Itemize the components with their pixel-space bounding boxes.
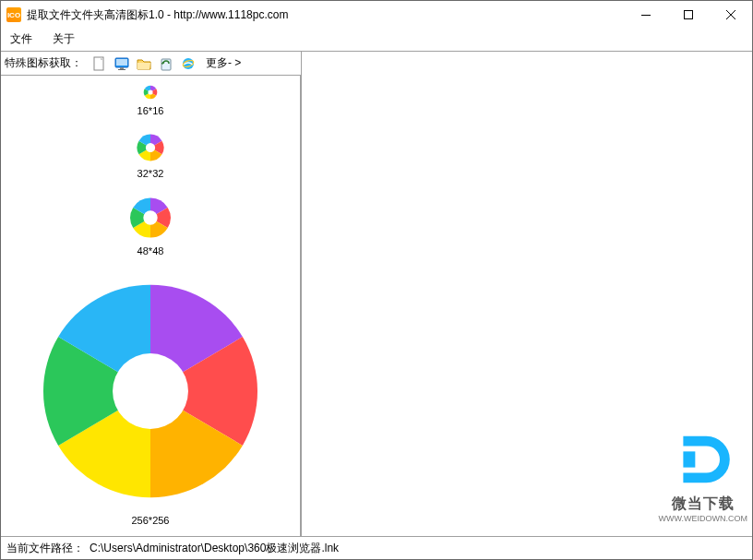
svg-rect-1: [685, 11, 693, 19]
window-title: 提取文件文件夹高清图标1.0 - http://www.1118pc.com: [27, 7, 288, 23]
menu-about[interactable]: 关于: [49, 30, 78, 49]
icon-size-list[interactable]: 16*16 32*32 48*48 256*256: [1, 76, 301, 536]
icon-preview-16[interactable]: 16*16: [1, 85, 300, 116]
browser-icon: [143, 85, 158, 100]
statusbar: 当前文件路径： C:\Users\Administrator\Desktop\3…: [1, 537, 752, 559]
browser-icon: [136, 133, 165, 162]
minimize-button[interactable]: [625, 1, 667, 29]
svg-rect-0: [641, 15, 651, 16]
svg-point-13: [113, 353, 188, 429]
svg-point-11: [146, 143, 155, 152]
maximize-button[interactable]: [667, 1, 710, 29]
left-panel: 特殊图标获取： 更多- > 16*16 32*32: [1, 52, 302, 536]
monitor-icon[interactable]: [114, 55, 130, 72]
folder-icon[interactable]: [136, 55, 152, 72]
size-label-256: 256*256: [1, 515, 300, 526]
more-button[interactable]: 更多- >: [204, 55, 243, 71]
menubar: 文件 关于: [1, 29, 752, 51]
recycle-bin-icon[interactable]: [158, 55, 174, 72]
size-label-16: 16*16: [1, 105, 300, 116]
right-panel: [302, 52, 752, 536]
svg-point-12: [143, 210, 157, 224]
icon-preview-32[interactable]: 32*32: [1, 133, 300, 179]
special-icon-toolbar: 特殊图标获取： 更多- >: [1, 52, 301, 76]
app-window: ICO 提取文件文件夹高清图标1.0 - http://www.1118pc.c…: [0, 0, 753, 560]
toolbar-label: 特殊图标获取：: [5, 55, 82, 71]
path-label: 当前文件路径：: [6, 541, 84, 556]
unknown-file-icon[interactable]: [91, 55, 108, 72]
current-file-path: C:\Users\Administrator\Desktop\360极速浏览器.…: [90, 541, 339, 556]
close-button[interactable]: [710, 1, 752, 29]
svg-rect-5: [120, 67, 124, 69]
svg-rect-6: [118, 69, 126, 70]
titlebar: ICO 提取文件文件夹高清图标1.0 - http://www.1118pc.c…: [1, 1, 752, 29]
size-label-48: 48*48: [1, 245, 300, 256]
browser-icon: [128, 196, 173, 240]
icon-preview-48[interactable]: 48*48: [1, 196, 300, 256]
icon-preview-256[interactable]: 256*256: [1, 273, 300, 526]
size-label-32: 32*32: [1, 168, 300, 179]
window-controls: [625, 1, 752, 29]
svg-point-10: [148, 89, 152, 94]
app-icon: ICO: [6, 7, 21, 22]
content-area: 特殊图标获取： 更多- > 16*16 32*32: [1, 51, 752, 537]
body-area: 特殊图标获取： 更多- > 16*16 32*32: [1, 51, 752, 559]
svg-rect-4: [116, 59, 127, 66]
ie-icon[interactable]: [180, 55, 197, 72]
browser-icon: [32, 273, 269, 509]
menu-file[interactable]: 文件: [6, 30, 36, 49]
